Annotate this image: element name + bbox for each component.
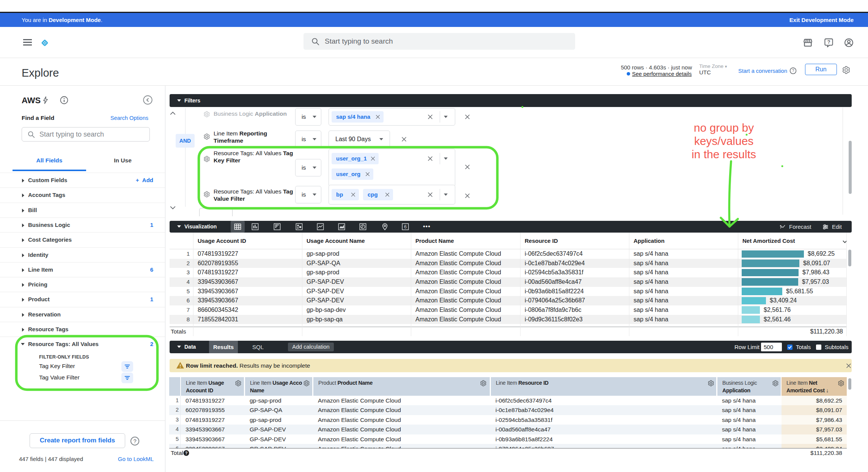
svg-text:in the results: in the results [692, 148, 756, 160]
svg-text:no group by: no group by [694, 121, 754, 134]
svg-text:keys/values: keys/values [694, 135, 754, 147]
